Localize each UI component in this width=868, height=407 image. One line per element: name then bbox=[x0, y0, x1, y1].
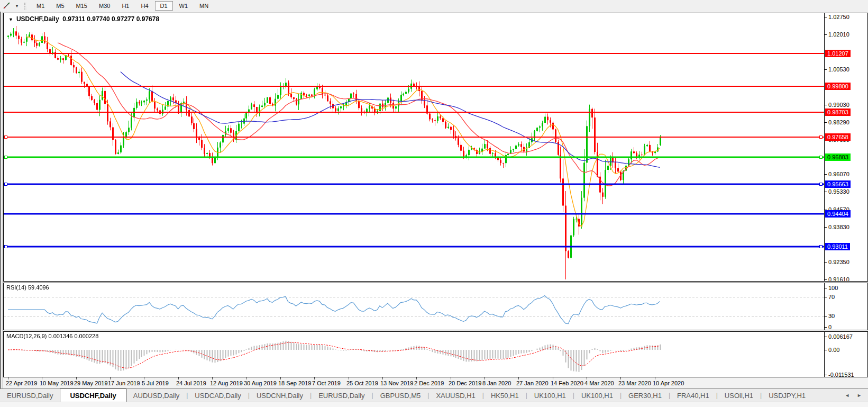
tab-xauusd-h1[interactable]: XAUUSD,H1 bbox=[429, 389, 482, 402]
date-label: 10 May 2019 bbox=[40, 380, 74, 386]
price-tick-mark bbox=[825, 17, 827, 17]
tab-usdchf-daily[interactable]: USDCHF,Daily bbox=[60, 388, 126, 402]
tab-hk50-h1[interactable]: HK50,H1 bbox=[484, 389, 526, 402]
rsi-tick-mark bbox=[825, 316, 827, 316]
date-label: 12 Aug 2019 bbox=[210, 380, 243, 386]
macd-label: MACD(12,26,9) 0.001346 0.000228 bbox=[6, 333, 98, 339]
toolbar-grip[interactable] bbox=[24, 3, 26, 10]
price-line-label[interactable]: 0.95663 bbox=[825, 180, 851, 188]
price-tick-label: 0.92350 bbox=[828, 258, 849, 266]
timeframe-button-mn[interactable]: MN bbox=[194, 1, 214, 11]
tab-scroll-left-icon[interactable]: ◄ bbox=[845, 393, 849, 398]
date-label: 17 Jun 2019 bbox=[108, 380, 140, 386]
date-label: 27 Jan 2020 bbox=[516, 380, 549, 386]
date-tick-mark bbox=[382, 377, 383, 379]
tab-uk100-h1[interactable]: UK100,H1 bbox=[574, 389, 620, 402]
rsi-tick-label: 0 bbox=[828, 323, 832, 330]
tab-scroll-right-icon[interactable]: ► bbox=[857, 393, 862, 398]
tab-usdcnh-daily[interactable]: USDCNH,Daily bbox=[250, 389, 310, 402]
macd-tick-mark bbox=[825, 375, 827, 375]
top-toolbar: ▾ M1M5M15M30H1H4D1W1MN bbox=[0, 0, 868, 12]
tool-dropdown-icon[interactable]: ▾ bbox=[13, 1, 21, 11]
date-label: 10 Apr 2020 bbox=[653, 380, 684, 386]
date-label: 2 Dec 2019 bbox=[414, 380, 444, 386]
price-tick-mark bbox=[825, 69, 827, 70]
chart-tab-bar: EURUSD,DailyUSDCHF,DailyAUDUSD,Daily|USD… bbox=[0, 388, 868, 402]
date-tick-mark bbox=[144, 377, 144, 379]
date-label: 23 Mar 2020 bbox=[618, 380, 651, 386]
timeframe-button-w1[interactable]: W1 bbox=[174, 1, 194, 11]
price-tick-label: 1.00530 bbox=[828, 66, 849, 73]
date-tick-mark bbox=[587, 377, 587, 379]
crosshair-tool-icon[interactable] bbox=[1, 1, 13, 11]
date-label: 8 Jan 2020 bbox=[482, 380, 511, 386]
price-line-label[interactable]: 0.99800 bbox=[825, 83, 851, 90]
rsi-label: RSI(14) 59.4096 bbox=[6, 284, 49, 291]
price-line-label[interactable]: 0.98703 bbox=[825, 108, 851, 116]
timeframe-button-m1[interactable]: M1 bbox=[31, 1, 50, 11]
macd-tick-mark bbox=[825, 337, 827, 337]
timeframe-button-m5[interactable]: M5 bbox=[51, 1, 69, 11]
chart-ohlc-values: 0.97311 0.97740 0.97277 0.97678 bbox=[62, 15, 159, 23]
price-tick-label: 1.02010 bbox=[828, 31, 849, 38]
price-tick-mark bbox=[825, 174, 827, 175]
tab-gbpusd-m5[interactable]: GBPUSD,M5 bbox=[373, 389, 428, 402]
timeframe-button-h4[interactable]: H4 bbox=[135, 1, 153, 11]
timeframe-button-d1[interactable]: D1 bbox=[155, 1, 173, 11]
date-tick-mark bbox=[280, 377, 281, 379]
date-tick-mark bbox=[349, 377, 349, 379]
tab-usoil-h1[interactable]: USOil,H1 bbox=[718, 389, 760, 402]
date-tick-mark bbox=[110, 377, 111, 379]
price-line-label[interactable]: 1.01207 bbox=[825, 50, 851, 57]
date-tick-mark bbox=[178, 377, 179, 379]
rsi-tick-label: 100 bbox=[828, 284, 838, 292]
tab-fra40-h1[interactable]: FRA40,H1 bbox=[670, 389, 716, 402]
price-line-label[interactable]: 0.94404 bbox=[825, 210, 851, 218]
macd-tick-label: -0.011531 bbox=[828, 371, 854, 377]
tab-usdcad-daily[interactable]: USDCAD,Daily bbox=[188, 389, 248, 402]
price-tick-mark bbox=[825, 105, 827, 105]
price-chart-canvas[interactable] bbox=[4, 13, 824, 281]
rsi-tick-mark bbox=[825, 288, 827, 288]
timeframe-button-h1[interactable]: H1 bbox=[116, 1, 134, 11]
date-tick-mark bbox=[553, 377, 553, 379]
date-tick-mark bbox=[416, 377, 417, 379]
rsi-chart-canvas[interactable] bbox=[4, 283, 824, 330]
price-tick-mark bbox=[825, 227, 827, 228]
price-tick-label: 0.95330 bbox=[828, 188, 849, 195]
macd-axis[interactable]: 0.0061670.00-0.011531 bbox=[824, 332, 867, 377]
tab-ger30-h1[interactable]: GER30,H1 bbox=[622, 389, 669, 402]
price-tick-label: 0.96070 bbox=[828, 170, 849, 178]
timeframe-button-m15[interactable]: M15 bbox=[71, 1, 93, 11]
tab-uk100-h1[interactable]: UK100,H1 bbox=[527, 389, 573, 402]
price-tick-mark bbox=[825, 34, 827, 35]
price-tick-mark bbox=[825, 192, 827, 192]
date-label: 5 Jul 2019 bbox=[142, 380, 169, 386]
timeframe-button-m30[interactable]: M30 bbox=[94, 1, 115, 11]
price-chart-panel: ▼USDCHF,Daily 0.97311 0.97740 0.97277 0.… bbox=[3, 13, 868, 282]
tab-eurusd-daily[interactable]: EURUSD,Daily bbox=[312, 389, 371, 402]
rsi-axis[interactable]: 10070300 bbox=[824, 283, 867, 330]
price-tick-label: 0.91610 bbox=[828, 276, 849, 281]
macd-panel: MACD(12,26,9) 0.001346 0.000228 0.006167… bbox=[3, 331, 868, 377]
date-axis[interactable]: 22 Apr 201910 May 201929 May 201917 Jun … bbox=[3, 377, 868, 388]
tab-nav: ◄► bbox=[838, 389, 868, 402]
rsi-tick-label: 30 bbox=[828, 312, 835, 320]
timeframe-buttons: M1M5M15M30H1H4D1W1MN bbox=[31, 0, 214, 12]
tab-audusd-daily[interactable]: AUDUSD,Daily bbox=[126, 389, 186, 402]
price-axis[interactable]: 1.027501.020101.005300.990300.982900.975… bbox=[824, 13, 867, 281]
price-line-label[interactable]: 0.96803 bbox=[825, 153, 851, 161]
price-line-label[interactable]: 0.93011 bbox=[825, 243, 850, 250]
date-label: 4 Mar 2020 bbox=[584, 380, 614, 386]
date-tick-mark bbox=[246, 377, 246, 379]
price-tick-label: 0.98290 bbox=[828, 119, 849, 126]
rsi-value: 59.4096 bbox=[28, 284, 49, 291]
price-line-label[interactable]: 0.97658 bbox=[825, 133, 851, 141]
date-tick-mark bbox=[451, 377, 451, 379]
price-tick-label: 0.99030 bbox=[828, 101, 849, 108]
tab-eurusd-daily[interactable]: EURUSD,Daily bbox=[0, 389, 60, 402]
chart-dropdown-icon[interactable]: ▼ bbox=[8, 17, 13, 22]
macd-chart-canvas[interactable] bbox=[4, 332, 824, 377]
tab-usdjpy-h1[interactable]: USDJPY,H1 bbox=[762, 389, 812, 402]
macd-tick-label: 0.00 bbox=[828, 346, 839, 354]
